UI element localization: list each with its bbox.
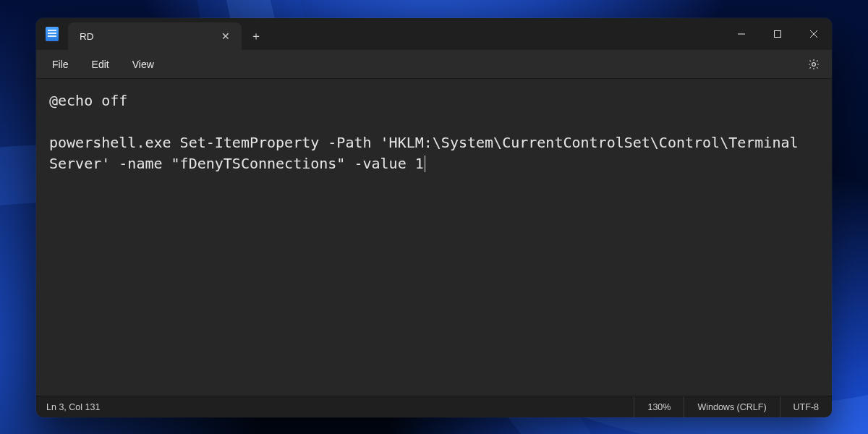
menu-file[interactable]: File: [42, 54, 79, 75]
close-window-button[interactable]: [796, 18, 832, 50]
tab-active[interactable]: RD ✕: [68, 22, 242, 50]
maximize-icon: [773, 30, 782, 38]
text-editor[interactable]: @echo off powershell.exe Set-ItemPropert…: [36, 79, 832, 396]
notepad-window: RD ✕ ＋ File Edit View @echo o: [36, 18, 832, 417]
notepad-icon: [46, 27, 59, 41]
status-line-ending[interactable]: Windows (CRLF): [684, 396, 779, 417]
new-tab-button[interactable]: ＋: [242, 22, 271, 50]
menu-edit[interactable]: Edit: [82, 54, 119, 75]
minimize-button[interactable]: [723, 18, 760, 50]
status-cursor-position: Ln 3, Col 131: [36, 396, 113, 417]
settings-button[interactable]: [801, 52, 826, 77]
svg-rect-1: [775, 31, 781, 38]
notepad-app-icon: [36, 18, 68, 50]
tab-title: RD: [80, 31, 210, 42]
menubar: File Edit View: [36, 50, 832, 79]
minimize-icon: [737, 30, 746, 38]
tab-close-button[interactable]: ✕: [217, 27, 234, 45]
menu-view[interactable]: View: [122, 54, 164, 75]
statusbar: Ln 3, Col 131 130% Windows (CRLF) UTF-8: [36, 396, 832, 417]
editor-content: @echo off powershell.exe Set-ItemPropert…: [49, 92, 807, 172]
window-controls: [723, 18, 832, 50]
gear-icon: [807, 58, 820, 71]
svg-point-4: [812, 62, 816, 66]
titlebar[interactable]: RD ✕ ＋: [36, 18, 832, 50]
close-icon: [809, 30, 818, 38]
maximize-button[interactable]: [760, 18, 796, 50]
status-encoding[interactable]: UTF-8: [780, 396, 832, 417]
text-caret: [425, 156, 425, 172]
status-zoom[interactable]: 130%: [634, 396, 684, 417]
titlebar-drag-region[interactable]: [271, 18, 723, 50]
